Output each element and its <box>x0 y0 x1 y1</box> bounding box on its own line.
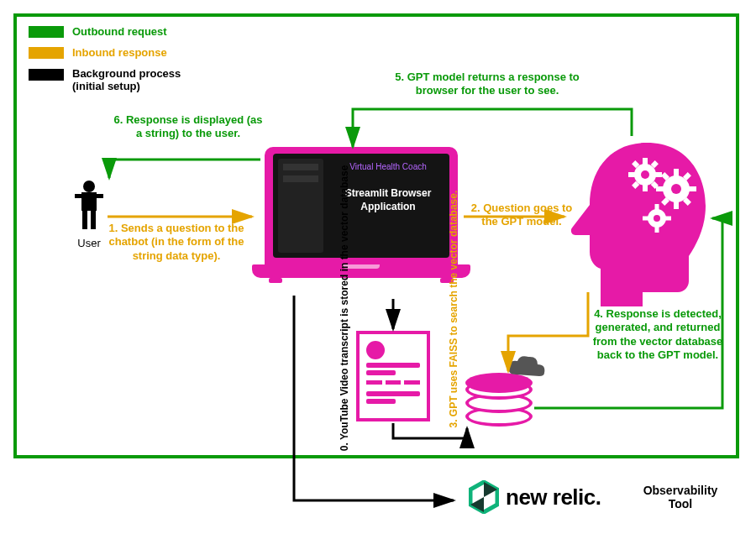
newrelic-wordmark: new relic. <box>506 484 601 510</box>
step-5-label: 5. GPT model returns a response to brows… <box>395 71 580 98</box>
step-0-label: 0. YouTube Video transcript is stored in… <box>339 266 350 451</box>
arrows-layer <box>0 0 756 534</box>
newrelic-logo: new relic. <box>469 480 601 514</box>
step-1-label: 1. Sends a question to the chatbot (in t… <box>101 222 252 263</box>
newrelic-dot: . <box>596 484 601 510</box>
step-2-label: 2. Question goes to the GPT model. <box>469 202 575 229</box>
step-6-label: 6. Response is displayed (as a string) t… <box>113 113 264 141</box>
step-4-label: 4. Response is detected, generated, and … <box>588 307 727 362</box>
step-3-label: 3. GPT uses FAISS to search the vector d… <box>448 277 460 428</box>
newrelic-name: new relic <box>506 484 596 510</box>
newrelic-hex-icon <box>469 480 499 514</box>
observability-label: Observability Tool <box>638 484 722 510</box>
